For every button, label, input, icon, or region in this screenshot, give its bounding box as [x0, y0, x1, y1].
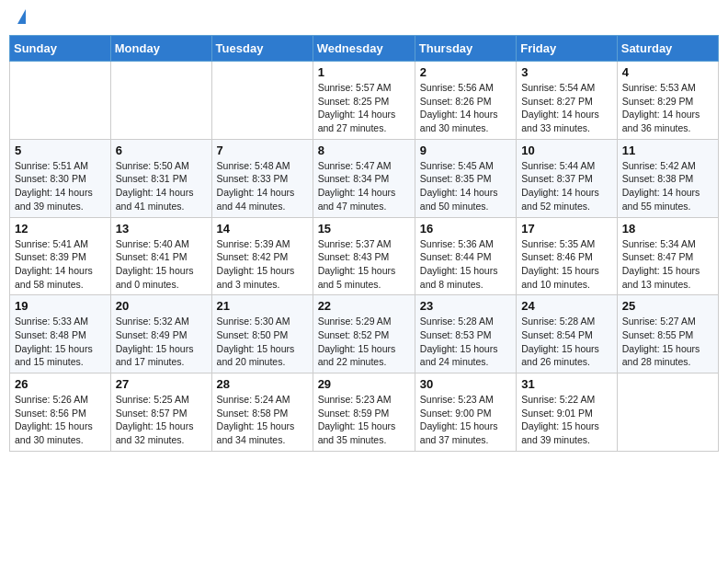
day-info: Sunrise: 5:44 AM Sunset: 8:37 PM Dayligh…	[521, 159, 612, 213]
day-info: Sunrise: 5:42 AM Sunset: 8:38 PM Dayligh…	[622, 159, 713, 213]
day-info: Sunrise: 5:51 AM Sunset: 8:30 PM Dayligh…	[15, 159, 106, 213]
calendar-cell	[617, 373, 718, 452]
day-number: 2	[420, 65, 511, 79]
calendar-cell: 6Sunrise: 5:50 AM Sunset: 8:31 PM Daylig…	[110, 139, 211, 217]
day-of-week-header: Monday	[110, 36, 211, 62]
day-info: Sunrise: 5:27 AM Sunset: 8:55 PM Dayligh…	[622, 315, 713, 369]
calendar-cell: 10Sunrise: 5:44 AM Sunset: 8:37 PM Dayli…	[517, 139, 618, 217]
calendar-week-row: 12Sunrise: 5:41 AM Sunset: 8:39 PM Dayli…	[10, 217, 719, 295]
calendar-cell: 29Sunrise: 5:23 AM Sunset: 8:59 PM Dayli…	[313, 373, 415, 452]
day-info: Sunrise: 5:53 AM Sunset: 8:29 PM Dayligh…	[622, 81, 713, 135]
calendar-cell: 15Sunrise: 5:37 AM Sunset: 8:43 PM Dayli…	[313, 217, 415, 295]
day-number: 18	[622, 222, 713, 236]
calendar-week-row: 26Sunrise: 5:26 AM Sunset: 8:56 PM Dayli…	[10, 373, 719, 452]
calendar-cell: 17Sunrise: 5:35 AM Sunset: 8:46 PM Dayli…	[517, 217, 618, 295]
calendar-cell: 25Sunrise: 5:27 AM Sunset: 8:55 PM Dayli…	[617, 295, 718, 373]
day-number: 22	[318, 299, 410, 313]
day-number: 21	[217, 299, 308, 313]
day-number: 3	[521, 65, 612, 79]
day-number: 19	[15, 299, 106, 313]
day-info: Sunrise: 5:23 AM Sunset: 9:00 PM Dayligh…	[420, 393, 511, 447]
calendar-week-row: 19Sunrise: 5:33 AM Sunset: 8:48 PM Dayli…	[10, 295, 719, 373]
day-number: 31	[521, 377, 612, 391]
page-header	[9, 9, 719, 28]
calendar-cell: 13Sunrise: 5:40 AM Sunset: 8:41 PM Dayli…	[110, 217, 211, 295]
calendar-cell: 2Sunrise: 5:56 AM Sunset: 8:26 PM Daylig…	[415, 62, 516, 140]
calendar-cell: 22Sunrise: 5:29 AM Sunset: 8:52 PM Dayli…	[313, 295, 415, 373]
calendar-cell: 9Sunrise: 5:45 AM Sunset: 8:35 PM Daylig…	[415, 139, 516, 217]
day-number: 1	[318, 65, 410, 79]
day-info: Sunrise: 5:35 AM Sunset: 8:46 PM Dayligh…	[521, 237, 612, 292]
day-info: Sunrise: 5:54 AM Sunset: 8:27 PM Dayligh…	[521, 81, 612, 135]
day-number: 8	[318, 144, 410, 157]
day-number: 14	[217, 222, 308, 236]
day-number: 29	[318, 377, 410, 391]
day-number: 4	[622, 65, 713, 79]
day-of-week-header: Saturday	[617, 36, 718, 62]
calendar-cell	[110, 62, 211, 140]
day-info: Sunrise: 5:23 AM Sunset: 8:59 PM Dayligh…	[318, 393, 410, 447]
day-number: 30	[420, 377, 511, 391]
day-number: 10	[521, 144, 612, 157]
day-info: Sunrise: 5:25 AM Sunset: 8:57 PM Dayligh…	[116, 393, 207, 447]
day-number: 13	[116, 222, 207, 236]
calendar-week-row: 5Sunrise: 5:51 AM Sunset: 8:30 PM Daylig…	[10, 139, 719, 217]
calendar-cell: 11Sunrise: 5:42 AM Sunset: 8:38 PM Dayli…	[617, 139, 718, 217]
day-info: Sunrise: 5:32 AM Sunset: 8:49 PM Dayligh…	[116, 315, 207, 369]
day-number: 16	[420, 222, 511, 236]
day-number: 20	[116, 299, 207, 313]
calendar-cell: 21Sunrise: 5:30 AM Sunset: 8:50 PM Dayli…	[211, 295, 313, 373]
day-number: 9	[420, 144, 511, 157]
day-info: Sunrise: 5:37 AM Sunset: 8:43 PM Dayligh…	[318, 237, 410, 292]
calendar-cell: 20Sunrise: 5:32 AM Sunset: 8:49 PM Dayli…	[110, 295, 211, 373]
day-info: Sunrise: 5:56 AM Sunset: 8:26 PM Dayligh…	[420, 81, 511, 135]
day-info: Sunrise: 5:33 AM Sunset: 8:48 PM Dayligh…	[15, 315, 106, 369]
calendar-header-row: SundayMondayTuesdayWednesdayThursdayFrid…	[10, 36, 719, 62]
day-info: Sunrise: 5:22 AM Sunset: 9:01 PM Dayligh…	[521, 393, 612, 447]
day-of-week-header: Friday	[517, 36, 618, 62]
calendar-cell: 5Sunrise: 5:51 AM Sunset: 8:30 PM Daylig…	[10, 139, 111, 217]
day-number: 27	[116, 377, 207, 391]
calendar-cell: 18Sunrise: 5:34 AM Sunset: 8:47 PM Dayli…	[617, 217, 718, 295]
day-number: 28	[217, 377, 308, 391]
day-number: 23	[420, 299, 511, 313]
day-number: 11	[622, 144, 713, 157]
day-number: 5	[15, 144, 106, 157]
day-of-week-header: Wednesday	[313, 36, 415, 62]
day-info: Sunrise: 5:34 AM Sunset: 8:47 PM Dayligh…	[622, 237, 713, 292]
calendar-cell	[10, 62, 111, 140]
day-number: 26	[15, 377, 106, 391]
calendar-cell: 4Sunrise: 5:53 AM Sunset: 8:29 PM Daylig…	[617, 62, 718, 140]
calendar-week-row: 1Sunrise: 5:57 AM Sunset: 8:25 PM Daylig…	[10, 62, 719, 140]
calendar-cell: 12Sunrise: 5:41 AM Sunset: 8:39 PM Dayli…	[10, 217, 111, 295]
day-info: Sunrise: 5:47 AM Sunset: 8:34 PM Dayligh…	[318, 159, 410, 213]
logo	[17, 13, 26, 24]
logo-triangle-icon	[17, 9, 26, 24]
day-info: Sunrise: 5:39 AM Sunset: 8:42 PM Dayligh…	[217, 237, 308, 292]
day-info: Sunrise: 5:45 AM Sunset: 8:35 PM Dayligh…	[420, 159, 511, 213]
day-info: Sunrise: 5:57 AM Sunset: 8:25 PM Dayligh…	[318, 81, 410, 135]
day-info: Sunrise: 5:40 AM Sunset: 8:41 PM Dayligh…	[116, 237, 207, 292]
day-info: Sunrise: 5:29 AM Sunset: 8:52 PM Dayligh…	[318, 315, 410, 369]
day-number: 12	[15, 222, 106, 236]
calendar-cell: 3Sunrise: 5:54 AM Sunset: 8:27 PM Daylig…	[517, 62, 618, 140]
day-info: Sunrise: 5:48 AM Sunset: 8:33 PM Dayligh…	[217, 159, 308, 213]
day-info: Sunrise: 5:28 AM Sunset: 8:54 PM Dayligh…	[521, 315, 612, 369]
day-info: Sunrise: 5:30 AM Sunset: 8:50 PM Dayligh…	[217, 315, 308, 369]
day-number: 17	[521, 222, 612, 236]
calendar-cell: 7Sunrise: 5:48 AM Sunset: 8:33 PM Daylig…	[211, 139, 313, 217]
day-number: 15	[318, 222, 410, 236]
calendar-table: SundayMondayTuesdayWednesdayThursdayFrid…	[9, 35, 719, 452]
calendar-cell: 27Sunrise: 5:25 AM Sunset: 8:57 PM Dayli…	[110, 373, 211, 452]
calendar-cell: 26Sunrise: 5:26 AM Sunset: 8:56 PM Dayli…	[10, 373, 111, 452]
day-info: Sunrise: 5:50 AM Sunset: 8:31 PM Dayligh…	[116, 159, 207, 213]
day-of-week-header: Sunday	[10, 36, 111, 62]
calendar-cell: 14Sunrise: 5:39 AM Sunset: 8:42 PM Dayli…	[211, 217, 313, 295]
calendar-cell: 23Sunrise: 5:28 AM Sunset: 8:53 PM Dayli…	[415, 295, 516, 373]
calendar-cell: 8Sunrise: 5:47 AM Sunset: 8:34 PM Daylig…	[313, 139, 415, 217]
calendar-cell: 28Sunrise: 5:24 AM Sunset: 8:58 PM Dayli…	[211, 373, 313, 452]
calendar-cell: 24Sunrise: 5:28 AM Sunset: 8:54 PM Dayli…	[517, 295, 618, 373]
calendar-cell: 19Sunrise: 5:33 AM Sunset: 8:48 PM Dayli…	[10, 295, 111, 373]
day-number: 7	[217, 144, 308, 157]
day-of-week-header: Tuesday	[211, 36, 313, 62]
